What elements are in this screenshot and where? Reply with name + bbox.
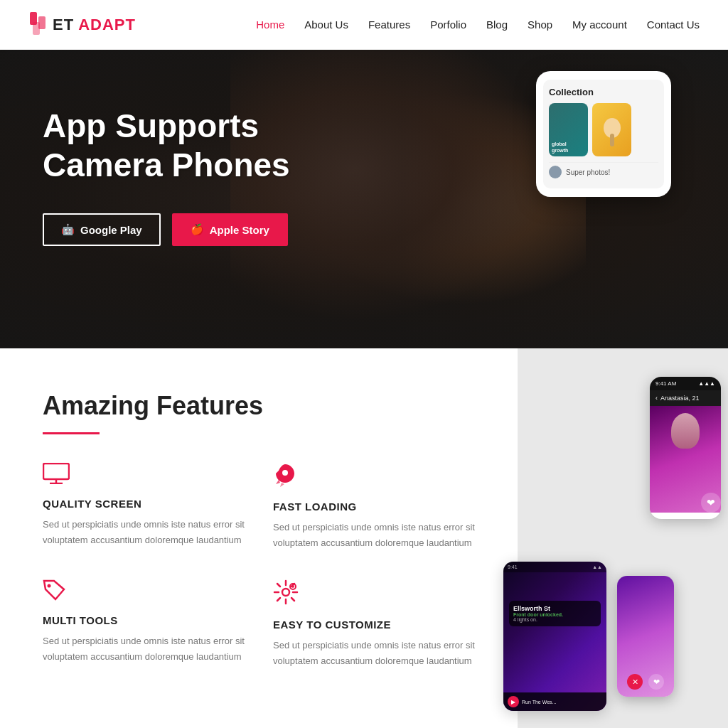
anastasia-nav-bar: ‹ Anastasia, 21 xyxy=(650,390,721,406)
apple-story-button[interactable]: 🍎 Apple Story xyxy=(172,213,288,246)
nav-link-home[interactable]: Home xyxy=(256,18,284,31)
feature-easy-customize: EASY TO CUSTOMIZE Sed ut perspiciatis un… xyxy=(273,579,475,669)
features-grid: QUALITY SCREEN Sed ut perspiciatis unde … xyxy=(43,463,475,669)
nav-link-features[interactable]: Features xyxy=(368,18,410,31)
phone-frame: Collection globalgrowth Super photos! xyxy=(536,71,671,197)
feature-fast-loading-desc: Sed ut perspiciatis unde omnis iste natu… xyxy=(273,520,475,551)
super-photos-row: Super photos! xyxy=(549,162,658,181)
apple-icon: 🍎 xyxy=(191,223,204,236)
logo-et-text: ET xyxy=(53,16,74,34)
tablet-mockup: 9:41 ▲▲ Ellsworth St Front door unlocked… xyxy=(503,562,606,711)
nav-link-account[interactable]: My account xyxy=(572,18,627,31)
main-wrapper: Amazing Features QUALITY SCREEN Sed ut p… xyxy=(0,348,728,728)
google-play-button[interactable]: 🤖 Google Play xyxy=(43,213,161,246)
small-phone-mockup: ✕ ❤ xyxy=(617,576,674,697)
feature-multi-tools: MULTI TOOLS Sed ut perspiciatis unde omn… xyxy=(43,579,245,669)
tag-icon xyxy=(43,579,245,606)
feature-multi-tools-desc: Sed ut perspiciatis unde omnis iste natu… xyxy=(43,633,245,665)
tablet-top-bar: 9:41 ▲▲ xyxy=(503,562,606,572)
user-avatar xyxy=(549,166,562,178)
anastasia-name-label: Anastasia, 21 xyxy=(660,395,700,402)
feature-quality-screen-desc: Sed ut perspiciatis unde omnis iste natu… xyxy=(43,517,245,548)
tablet-inner: 9:41 ▲▲ Ellsworth St Front door unlocked… xyxy=(503,562,606,711)
rocket-icon xyxy=(273,463,475,492)
feature-multi-tools-title: MULTI TOOLS xyxy=(43,614,245,626)
monitor-icon xyxy=(43,463,245,489)
nav-link-shop[interactable]: Shop xyxy=(528,18,552,31)
nav-link-portfolio[interactable]: Porfolio xyxy=(430,18,466,31)
feature-easy-customize-title: EASY TO CUSTOMIZE xyxy=(273,619,475,631)
logo-icon xyxy=(28,12,48,38)
svg-point-8 xyxy=(282,470,288,476)
svg-point-10 xyxy=(282,589,289,596)
phone-card-teal: globalgrowth xyxy=(549,103,588,156)
nav-item-blog[interactable]: Blog xyxy=(486,18,508,31)
section-divider xyxy=(43,432,100,434)
anastasia-phone: 9:41 AM ▲▲▲ ‹ Anastasia, 21 ❤ xyxy=(650,377,721,519)
super-photos-label: Super photos! xyxy=(566,168,610,176)
hero-buttons: 🤖 Google Play 🍎 Apple Story xyxy=(43,213,685,246)
door-status-label: Front door unlocked. xyxy=(513,612,596,617)
heart-button[interactable]: ❤ xyxy=(648,674,664,690)
feature-quality-screen-title: QUALITY SCREEN xyxy=(43,498,245,510)
nav-item-shop[interactable]: Shop xyxy=(528,18,552,31)
svg-rect-4 xyxy=(610,134,614,146)
anastasia-status-bar: 9:41 AM ▲▲▲ xyxy=(650,377,721,390)
hero-phone-mockup: Collection globalgrowth Super photos! xyxy=(536,71,671,197)
ice-cream-icon xyxy=(601,112,623,148)
music-label: Run The Wes... xyxy=(522,700,556,705)
features-title: Amazing Features xyxy=(43,391,475,421)
anastasia-action-button[interactable]: ❤ xyxy=(701,493,721,513)
nav-links: Home About Us Features Porfolio Blog Sho… xyxy=(256,18,700,31)
hero-section: App Supports Camera Phones 🤖 Google Play… xyxy=(0,50,728,348)
street-card: Ellsworth St Front door unlocked. 4 ligh… xyxy=(509,601,601,626)
svg-rect-5 xyxy=(43,464,69,479)
reject-button[interactable]: ✕ xyxy=(627,674,643,690)
nav-link-about[interactable]: About Us xyxy=(304,18,348,31)
svg-point-9 xyxy=(48,584,51,588)
collection-title: Collection xyxy=(549,87,658,97)
nav-item-home[interactable]: Home xyxy=(256,18,284,31)
phone-collection-cards: globalgrowth xyxy=(549,103,658,156)
feature-quality-screen: QUALITY SCREEN Sed ut perspiciatis unde … xyxy=(43,463,245,551)
street-name-label: Ellsworth St xyxy=(513,605,596,612)
play-button[interactable]: ▶ xyxy=(508,696,519,707)
settings-icon xyxy=(273,579,475,610)
nav-item-about[interactable]: About Us xyxy=(304,18,348,31)
logo: ET ADAPT xyxy=(28,12,136,38)
nav-item-contact[interactable]: Contact Us xyxy=(647,18,700,31)
nav-item-account[interactable]: My account xyxy=(572,18,627,31)
navbar: ET ADAPT Home About Us Features Porfolio… xyxy=(0,0,728,50)
svg-rect-2 xyxy=(33,22,40,35)
features-section: Amazing Features QUALITY SCREEN Sed ut p… xyxy=(0,348,518,728)
lights-status-label: 4 lights on. xyxy=(513,617,596,622)
phone-screen: Collection globalgrowth Super photos! xyxy=(543,80,664,188)
nav-link-blog[interactable]: Blog xyxy=(486,18,508,31)
nav-item-portfolio[interactable]: Porfolio xyxy=(430,18,466,31)
anastasia-image: ❤ xyxy=(650,406,721,513)
music-bar: ▶ Run The Wes... xyxy=(503,692,606,711)
phone-action-buttons: ✕ ❤ xyxy=(627,674,664,690)
phones-group: 9:41 ▲▲ Ellsworth St Front door unlocked… xyxy=(496,540,681,725)
right-panel: 9:41 AM ▲▲▲ ‹ Anastasia, 21 ❤ 9:41 xyxy=(518,348,728,728)
android-icon: 🤖 xyxy=(61,223,75,236)
logo-adapt-text: ADAPT xyxy=(78,16,136,34)
feature-easy-customize-desc: Sed ut perspiciatis unde omnis iste natu… xyxy=(273,638,475,669)
phone-card-yellow xyxy=(592,103,631,156)
feature-fast-loading-title: FAST LOADING xyxy=(273,500,475,513)
feature-fast-loading: FAST LOADING Sed ut perspiciatis unde om… xyxy=(273,463,475,551)
nav-link-contact[interactable]: Contact Us xyxy=(647,18,700,31)
nav-item-features[interactable]: Features xyxy=(368,18,410,31)
